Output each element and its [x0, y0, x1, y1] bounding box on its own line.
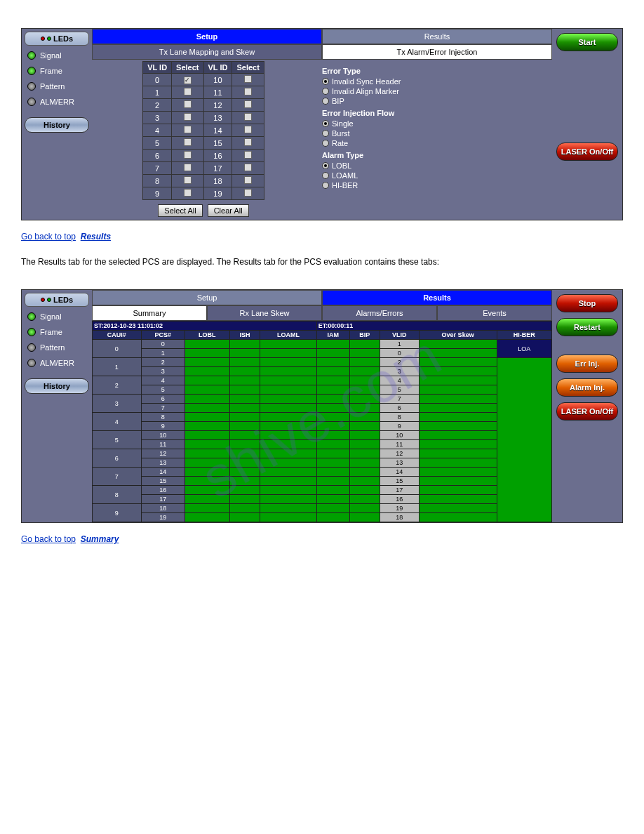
go-back-top-link[interactable]: Go back to top: [21, 232, 76, 241]
description-2: Go back to top Summary: [21, 533, 623, 545]
led-dot-icon: [27, 312, 36, 321]
restart-button[interactable]: Restart: [556, 318, 618, 336]
led-almerr: ALM/ERR: [25, 357, 89, 369]
led-dot-icon: [27, 82, 36, 91]
led-dot-icon: [27, 343, 36, 352]
action-sidebar: Stop Restart Err Inj. Alarm Inj. LASER O…: [552, 290, 622, 522]
subtab-alarmserrors[interactable]: Alarms/Errors: [322, 305, 437, 321]
radio-option[interactable]: Single: [322, 119, 545, 128]
led-pattern: Pattern: [25, 81, 89, 92]
led-frame: Frame: [25, 326, 89, 338]
history-button[interactable]: History: [25, 378, 89, 394]
sub-tabbar: Tx Lane Mapping and Skew Tx Alarm/Error …: [92, 44, 552, 60]
led-pattern: Pattern: [25, 342, 89, 353]
error-type-title: Error Type: [322, 67, 545, 75]
radio-option[interactable]: Invalid Align Marker: [322, 86, 545, 96]
radio-option[interactable]: LOAML: [322, 171, 545, 180]
top-tabbar: Setup Results: [92, 29, 552, 44]
lane-checkbox[interactable]: [172, 74, 203, 86]
led-signal: Signal: [25, 50, 89, 61]
radio-option[interactable]: Burst: [322, 128, 545, 138]
leds-sidebar: LEDs Signal Frame Pattern ALM/ERR Histor…: [22, 29, 92, 220]
stop-button[interactable]: Stop: [556, 294, 618, 312]
lane-checkbox[interactable]: [232, 175, 264, 187]
description-1: Go back to top Results The Results tab f…: [21, 230, 623, 268]
laser-button[interactable]: LASER On/Off: [556, 143, 618, 161]
led-frame: Frame: [25, 65, 89, 77]
lane-checkbox[interactable]: [232, 137, 264, 150]
lane-checkbox[interactable]: [172, 99, 203, 112]
summary-link[interactable]: Summary: [81, 534, 119, 544]
led-dot-icon: [27, 67, 36, 75]
led-dot-icon: [27, 359, 36, 367]
lane-checkbox[interactable]: [172, 150, 203, 162]
lane-checkbox[interactable]: [232, 86, 264, 99]
leds-header: LEDs: [25, 32, 89, 46]
select-all-button[interactable]: Select All: [158, 204, 202, 217]
err-inj-button[interactable]: Err Inj.: [556, 355, 618, 373]
lane-checkbox[interactable]: [172, 86, 203, 99]
led-dot-icon: [27, 98, 36, 106]
lane-checkbox[interactable]: [172, 112, 203, 124]
radio-option[interactable]: LOBL: [322, 161, 545, 171]
sub-tabbar: Summary Rx Lane Skew Alarms/Errors Event…: [92, 305, 552, 321]
lane-checkbox[interactable]: [232, 150, 264, 162]
subtab-events[interactable]: Events: [437, 305, 552, 321]
alarm-inj-button[interactable]: Alarm Inj.: [556, 378, 618, 397]
lane-checkbox[interactable]: [172, 124, 203, 137]
lane-checkbox[interactable]: [232, 187, 264, 200]
main-area: Setup Results Summary Rx Lane Skew Alarm…: [92, 290, 552, 522]
main-area: Setup Results Tx Lane Mapping and Skew T…: [92, 29, 552, 220]
description-text: The Results tab for the selected PCS are…: [21, 257, 439, 267]
radio-option[interactable]: BIP: [322, 96, 545, 106]
pcs-setup-panel: LEDs Signal Frame Pattern ALM/ERR Histor…: [21, 28, 623, 220]
history-button[interactable]: History: [25, 117, 89, 133]
radio-option[interactable]: HI-BER: [322, 180, 545, 190]
top-tabbar: Setup Results: [92, 290, 552, 305]
led-dot-icon: [27, 51, 36, 60]
lane-checkbox[interactable]: [232, 124, 264, 137]
action-sidebar: Start LASER On/Off: [552, 29, 622, 220]
go-back-top-link[interactable]: Go back to top: [21, 534, 76, 544]
options-panel: Error Type Invalid Sync HeaderInvalid Al…: [315, 60, 552, 220]
lane-select-area: VL IDSelectVL IDSelect010111212313414515…: [92, 60, 315, 220]
lane-checkbox[interactable]: [232, 74, 264, 86]
lane-checkbox[interactable]: [232, 99, 264, 112]
lane-checkbox[interactable]: [172, 187, 203, 200]
pcs-results-panel: LEDs Signal Frame Pattern ALM/ERR Histor…: [21, 289, 623, 523]
tab-results[interactable]: Results: [322, 290, 552, 305]
led-almerr: ALM/ERR: [25, 96, 89, 107]
alarm-type-title: Alarm Type: [322, 151, 545, 159]
subtab-mapping[interactable]: Tx Lane Mapping and Skew: [92, 44, 322, 60]
lane-checkbox[interactable]: [232, 112, 264, 124]
lane-checkbox[interactable]: [232, 162, 264, 175]
start-button[interactable]: Start: [556, 33, 618, 51]
tab-setup[interactable]: Setup: [92, 290, 322, 305]
lane-checkbox[interactable]: [172, 175, 203, 187]
led-signal: Signal: [25, 311, 89, 322]
subtab-rxlaneskew[interactable]: Rx Lane Skew: [207, 305, 322, 321]
laser-button[interactable]: LASER On/Off: [556, 402, 618, 421]
injection-flow-title: Error Injection Flow: [322, 109, 545, 117]
radio-option[interactable]: Invalid Sync Header: [322, 77, 545, 86]
subtab-alarm[interactable]: Tx Alarm/Error Injection: [322, 44, 552, 60]
tab-setup[interactable]: Setup: [92, 29, 322, 44]
led-dot-icon: [27, 328, 36, 336]
radio-option[interactable]: Rate: [322, 138, 545, 148]
clear-all-button[interactable]: Clear All: [208, 204, 249, 217]
lane-checkbox[interactable]: [172, 137, 203, 150]
subtab-summary[interactable]: Summary: [92, 305, 207, 321]
lane-table: VL IDSelectVL IDSelect010111212313414515…: [142, 61, 264, 200]
tab-results[interactable]: Results: [322, 29, 552, 44]
results-link[interactable]: Results: [81, 232, 111, 241]
results-table: ST:2012-10-23 11:01:02ET:00:00:11CAUI#PC…: [92, 321, 552, 522]
leds-sidebar: LEDs Signal Frame Pattern ALM/ERR Histor…: [22, 290, 92, 522]
lane-checkbox[interactable]: [172, 162, 203, 175]
leds-header: LEDs: [25, 293, 89, 307]
